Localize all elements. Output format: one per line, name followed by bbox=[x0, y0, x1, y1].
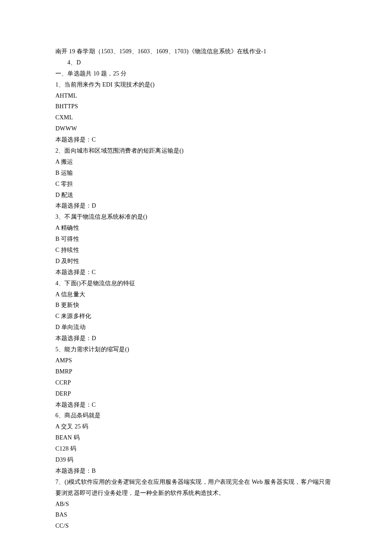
text-line: DERP bbox=[55, 388, 337, 399]
text-line: AB/S bbox=[55, 499, 337, 510]
text-line: C 来源多样化 bbox=[55, 311, 337, 322]
text-line: 本题选择是：B bbox=[55, 465, 337, 477]
text-line: CCRP bbox=[55, 377, 337, 388]
text-line: B 运输 bbox=[55, 168, 337, 179]
text-line: CXML bbox=[55, 112, 337, 123]
document-page: 南开 19 春学期（1503、1509、1603、1609、1703)《物流信息… bbox=[0, 0, 392, 555]
text-line: 5、能力需求计划的缩写是() bbox=[55, 344, 337, 355]
text-line: 2、面向城市和区域范围消费者的短距离运输是() bbox=[55, 145, 337, 156]
text-line: D 配送 bbox=[55, 190, 337, 201]
text-line: BEAN 码 bbox=[55, 432, 337, 443]
text-line: 1、当前用来作为 EDI 实现技术的是() bbox=[55, 79, 337, 90]
text-line: D39 码 bbox=[55, 454, 337, 465]
text-line: C 持续性 bbox=[55, 245, 337, 256]
text-line: 7、()模式软件应用的业务逻辑完全在应用服务器端实现，用户表现完全在 Web 服… bbox=[55, 477, 337, 499]
text-line: 本题选择是：C bbox=[55, 134, 337, 145]
text-line: A 搬运 bbox=[55, 156, 337, 168]
document-body: 南开 19 春学期（1503、1509、1603、1609、1703)《物流信息… bbox=[55, 46, 337, 532]
text-line: A 精确性 bbox=[55, 223, 337, 234]
text-line: 4、下面()不是物流信息的特征 bbox=[55, 278, 337, 289]
text-line: A 信息量大 bbox=[55, 289, 337, 300]
text-line: DWWW bbox=[55, 123, 337, 134]
text-line: D 单向流动 bbox=[55, 322, 337, 333]
text-line: B 更新快 bbox=[55, 300, 337, 311]
text-line: AMPS bbox=[55, 355, 337, 366]
text-line: 本题选择是：D bbox=[55, 200, 337, 211]
text-line: 本题选择是：C bbox=[55, 399, 337, 410]
text-line: 本题选择是：C bbox=[55, 267, 337, 278]
text-line: AHTML bbox=[55, 90, 337, 101]
text-line: 6、商品条码就是 bbox=[55, 410, 337, 421]
text-line: BMRP bbox=[55, 366, 337, 377]
text-line: 4、D bbox=[55, 57, 337, 68]
text-line: 一、单选题共 10 题，25 分 bbox=[55, 68, 337, 79]
text-line: BHTTPS bbox=[55, 101, 337, 112]
text-line: C128 码 bbox=[55, 443, 337, 454]
text-line: C 零担 bbox=[55, 179, 337, 190]
text-line: BAS bbox=[55, 509, 337, 520]
text-line: D 及时性 bbox=[55, 256, 337, 267]
text-line: 3、不属于物流信息系统标准的是() bbox=[55, 211, 337, 223]
text-line: 本题选择是：D bbox=[55, 333, 337, 344]
text-line: CC/S bbox=[55, 520, 337, 532]
text-line: 南开 19 春学期（1503、1509、1603、1609、1703)《物流信息… bbox=[55, 46, 337, 57]
text-line: B 可得性 bbox=[55, 234, 337, 245]
text-line: A 交叉 25 码 bbox=[55, 421, 337, 432]
